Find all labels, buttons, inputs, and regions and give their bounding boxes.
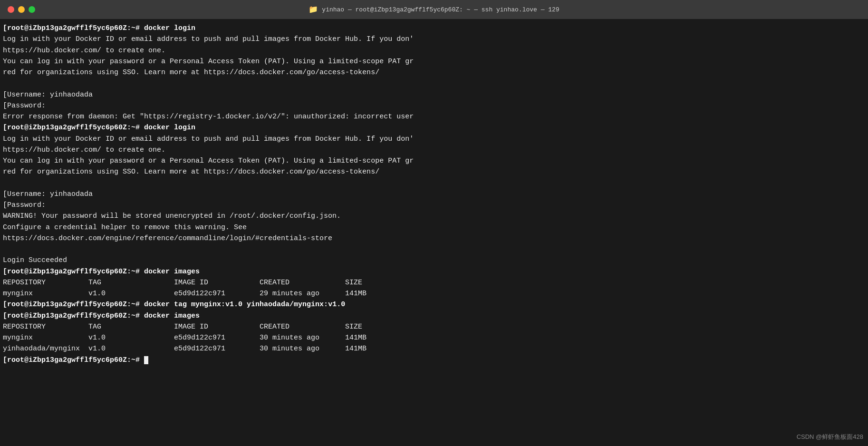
terminal-line: [root@iZbp13ga2gwfflf5yc6p60Z:~# docker …	[3, 312, 200, 320]
terminal-line: [root@iZbp13ga2gwfflf5yc6p60Z:~# docker …	[3, 268, 200, 276]
terminal-line: https://hub.docker.com/ to create one.	[3, 146, 165, 154]
terminal-line: [Password:	[3, 201, 46, 209]
terminal-line: [Password:	[3, 102, 46, 110]
terminal-line: [Username: yinhaodada	[3, 91, 93, 99]
terminal-line: mynginx v1.0 e5d9d122c971 30 minutes ago…	[3, 334, 366, 342]
terminal-line: Log in with your Docker ID or email addr…	[3, 135, 414, 143]
terminal-line: https://docs.docker.com/engine/reference…	[3, 234, 332, 242]
close-button[interactable]	[8, 6, 14, 13]
terminal-line: yinhaodada/mynginx v1.0 e5d9d122c971 30 …	[3, 345, 366, 353]
traffic-lights	[8, 6, 35, 13]
terminal-line: You can log in with your password or a P…	[3, 157, 414, 165]
terminal-line: red for organizations using SSO. Learn m…	[3, 168, 379, 176]
watermark: CSDN @鲜虾鱼板面428	[797, 433, 863, 441]
minimize-button[interactable]	[18, 6, 25, 13]
terminal-line: Log in with your Docker ID or email addr…	[3, 35, 414, 43]
terminal-content[interactable]: [root@iZbp13ga2gwfflf5yc6p60Z:~# docker …	[0, 19, 868, 446]
terminal-line: [root@iZbp13ga2gwfflf5yc6p60Z:~# docker …	[3, 301, 345, 309]
window-title: 📁 yinhao — root@iZbp13ga2gwfflf5yc6p60Z:…	[309, 5, 559, 14]
terminal-line: https://hub.docker.com/ to create one.	[3, 47, 165, 55]
terminal-line: Error response from daemon: Get "https:/…	[3, 113, 414, 121]
terminal-line: WARNING! Your password will be stored un…	[3, 212, 341, 220]
maximize-button[interactable]	[29, 6, 35, 13]
terminal-line: Configure a credential helper to remove …	[3, 223, 247, 232]
terminal-line: red for organizations using SSO. Learn m…	[3, 68, 379, 77]
cursor	[144, 356, 148, 364]
terminal-line: [root@iZbp13ga2gwfflf5yc6p60Z:~#	[3, 356, 144, 364]
terminal-line: [root@iZbp13ga2gwfflf5yc6p60Z:~# docker …	[3, 124, 195, 132]
terminal-line: Login Succeeded	[3, 256, 67, 264]
terminal-line: You can log in with your password or a P…	[3, 58, 414, 66]
terminal-line: REPOSITORY TAG IMAGE ID CREATED SIZE	[3, 279, 362, 287]
terminal-line: REPOSITORY TAG IMAGE ID CREATED SIZE	[3, 323, 362, 331]
terminal-line: [root@iZbp13ga2gwfflf5yc6p60Z:~# docker …	[3, 24, 195, 32]
title-bar: 📁 yinhao — root@iZbp13ga2gwfflf5yc6p60Z:…	[0, 0, 868, 19]
terminal-line: mynginx v1.0 e5d9d122c971 29 minutes ago…	[3, 290, 366, 298]
folder-icon: 📁	[309, 5, 318, 14]
terminal-line: [Username: yinhaodada	[3, 190, 93, 198]
